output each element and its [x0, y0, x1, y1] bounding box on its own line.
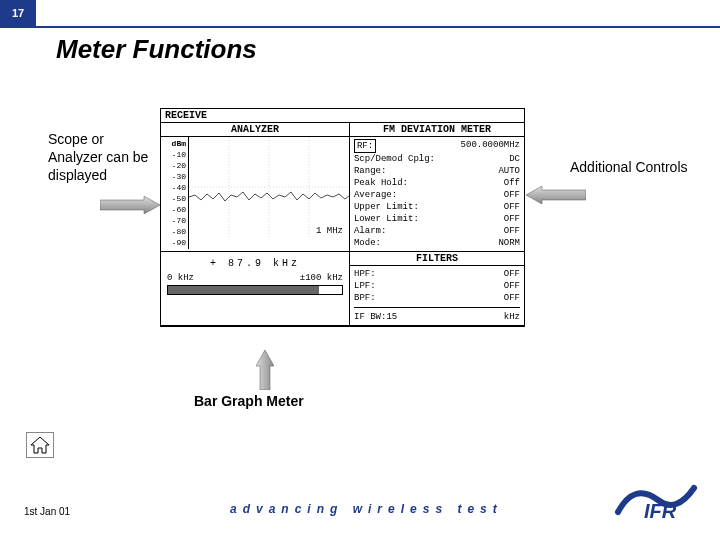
fm-deviation-panel: FM DEVIATION METER RF:500.0000MHz Scp/De…: [350, 123, 524, 251]
fm-setting-row: Alarm:OFF: [354, 225, 520, 237]
ifr-logo: IFR: [610, 476, 698, 522]
bargraph-reading: + 87.9 kHz: [167, 254, 343, 273]
filter-row: LPF:OFF: [354, 280, 520, 292]
bargraph-fill: [168, 286, 319, 294]
bargraph-panel: + 87.9 kHz 0 kHz ±100 kHz: [161, 252, 350, 325]
analyzer-x-label: 1 MHz: [316, 226, 343, 236]
rf-value: 500.0000MHz: [461, 139, 520, 153]
rf-label: RF:: [354, 139, 376, 153]
fm-setting-row: Mode:NORM: [354, 237, 520, 249]
page-title: Meter Functions: [56, 34, 257, 65]
header-bar: 17: [0, 0, 720, 28]
bargraph-track: [167, 285, 343, 295]
fm-setting-row: Peak Hold:Off: [354, 177, 520, 189]
fm-setting-row: Upper Limit:OFF: [354, 201, 520, 213]
svg-text:IFR: IFR: [644, 500, 677, 522]
analyzer-y-axis: dBm -10 -20 -30 -40 -50 -60 -70 -80 -90: [161, 137, 189, 249]
if-bw-row: IF BW:15kHz: [354, 311, 520, 323]
fm-setting-row: Lower Limit:OFF: [354, 213, 520, 225]
svg-marker-2: [256, 350, 274, 390]
annotation-right: Additional Controls: [570, 158, 710, 176]
arrow-left-icon: [526, 186, 586, 204]
device-screenshot: RECEIVE ANALYZER dBm -10 -20 -30 -40 -50…: [160, 108, 525, 327]
arrow-up-icon: [256, 350, 274, 390]
bargraph-min: 0 kHz: [167, 273, 194, 283]
filters-title: FILTERS: [350, 252, 524, 266]
filter-row: HPF:OFF: [354, 268, 520, 280]
footer-tagline: advancing wireless test: [230, 502, 503, 516]
svg-marker-1: [526, 186, 586, 204]
home-icon[interactable]: [26, 432, 54, 458]
fm-setting-row: Scp/Demod Cplg:DC: [354, 153, 520, 165]
bargraph-max: ±100 kHz: [300, 273, 343, 283]
arrow-right-icon: [100, 196, 160, 214]
footer-date: 1st Jan 01: [24, 506, 70, 517]
page-number: 17: [0, 0, 36, 26]
filters-panel: FILTERS HPF:OFF LPF:OFF BPF:OFF IF BW:15…: [350, 252, 524, 325]
fm-setting-row: Average:OFF: [354, 189, 520, 201]
screen-mode: RECEIVE: [161, 109, 524, 123]
analyzer-title: ANALYZER: [161, 123, 349, 137]
annotation-left: Scope or Analyzer can be displayed: [48, 130, 158, 185]
svg-marker-0: [100, 196, 160, 214]
analyzer-plot: 1 MHz: [189, 137, 349, 237]
filter-row: BPF:OFF: [354, 292, 520, 304]
fm-setting-row: Range:AUTO: [354, 165, 520, 177]
annotation-bar-graph: Bar Graph Meter: [194, 392, 334, 410]
analyzer-panel: ANALYZER dBm -10 -20 -30 -40 -50 -60 -70…: [161, 123, 350, 251]
fm-title: FM DEVIATION METER: [350, 123, 524, 137]
